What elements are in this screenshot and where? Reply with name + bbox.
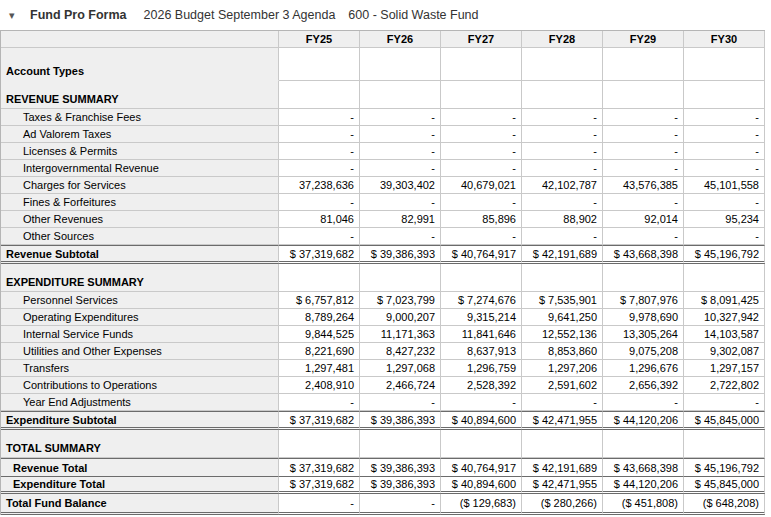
report-titlebar: ▾ Fund Pro Forma 2026 Budget September 3…	[0, 0, 771, 30]
cell-fy26: -	[360, 143, 441, 160]
cell-fy28: 88,902	[522, 211, 603, 228]
table-row: Revenue Total$ 37,319,682$ 39,386,393$ 4…	[1, 458, 765, 476]
table-row: Revenue Subtotal$ 37,319,682$ 39,386,393…	[1, 245, 765, 264]
cell-fy28: $ 42,191,689	[522, 458, 603, 476]
table-row: Intergovernmental Revenue------	[1, 160, 765, 177]
row-label: Other Sources	[1, 228, 279, 245]
cell-fy26	[360, 430, 441, 458]
cell-fy26: 39,303,402	[360, 177, 441, 194]
table-row: EXPENDITURE SUMMARY	[1, 264, 765, 292]
cell-fy27	[441, 264, 522, 292]
table-row: Contributions to Operations2,408,9102,46…	[1, 377, 765, 394]
row-label: TOTAL SUMMARY	[1, 430, 279, 458]
cell-fy30: 9,302,087	[684, 343, 765, 360]
cell-fy25: -	[279, 160, 360, 177]
cell-fy25: 81,046	[279, 211, 360, 228]
cell-fy26: $ 39,386,393	[360, 458, 441, 476]
cell-fy25: $ 37,319,682	[279, 245, 360, 264]
row-label: Contributions to Operations	[1, 377, 279, 394]
cell-fy29: 9,075,208	[603, 343, 684, 360]
cell-fy27: 40,679,021	[441, 177, 522, 194]
cell-fy28: 12,552,136	[522, 326, 603, 343]
cell-fy27	[441, 48, 522, 81]
row-label: Charges for Services	[1, 177, 279, 194]
table-row: Taxes & Franchise Fees------	[1, 109, 765, 126]
cell-fy26: -	[360, 109, 441, 126]
cell-fy25: 37,238,636	[279, 177, 360, 194]
cell-fy25: 8,221,690	[279, 343, 360, 360]
column-header-fy30: FY30	[684, 31, 765, 48]
cell-fy29: 43,576,385	[603, 177, 684, 194]
cell-fy29: $ 43,668,398	[603, 458, 684, 476]
cell-fy28: -	[522, 126, 603, 143]
report-title: Fund Pro Forma	[30, 8, 127, 22]
report-subtitle-fund: 600 - Solid Waste Fund	[348, 8, 478, 22]
cell-fy29: -	[603, 394, 684, 411]
table-row: Internal Service Funds9,844,52511,171,36…	[1, 326, 765, 343]
row-label: Internal Service Funds	[1, 326, 279, 343]
cell-fy25: $ 37,319,682	[279, 411, 360, 430]
cell-fy26: 1,297,068	[360, 360, 441, 377]
column-header-fy25: FY25	[279, 31, 360, 48]
cell-fy30	[684, 81, 765, 109]
row-label: Revenue Subtotal	[1, 245, 279, 264]
cell-fy27: $ 40,894,600	[441, 476, 522, 494]
cell-fy27	[441, 430, 522, 458]
cell-fy30: $ 45,845,000	[684, 411, 765, 430]
cell-fy30: 45,101,558	[684, 177, 765, 194]
cell-fy25: -	[279, 194, 360, 211]
cell-fy27: -	[441, 394, 522, 411]
cell-fy28: -	[522, 160, 603, 177]
row-label: Other Revenues	[1, 211, 279, 228]
cell-fy29: $ 7,807,976	[603, 292, 684, 309]
cell-fy29: 2,656,392	[603, 377, 684, 394]
collapse-chevron-icon[interactable]: ▾	[9, 10, 30, 21]
proforma-table: FY25FY26FY27FY28FY29FY30 Account TypesRE…	[0, 30, 765, 515]
cell-fy27: -	[441, 143, 522, 160]
cell-fy26: $ 39,386,393	[360, 411, 441, 430]
cell-fy27: -	[441, 109, 522, 126]
cell-fy27: $ 40,764,917	[441, 245, 522, 264]
row-label: Total Fund Balance	[1, 494, 279, 515]
cell-fy25: $ 37,319,682	[279, 476, 360, 494]
row-label: Expenditure Subtotal	[1, 411, 279, 430]
cell-fy25: 2,408,910	[279, 377, 360, 394]
cell-fy29: -	[603, 109, 684, 126]
cell-fy25: -	[279, 143, 360, 160]
row-label: Account Types	[1, 48, 279, 81]
cell-fy30: $ 8,091,425	[684, 292, 765, 309]
column-header-fy27: FY27	[441, 31, 522, 48]
cell-fy30: -	[684, 194, 765, 211]
cell-fy27: 9,315,214	[441, 309, 522, 326]
cell-fy27: -	[441, 228, 522, 245]
cell-fy27: 1,296,759	[441, 360, 522, 377]
row-label: Ad Valorem Taxes	[1, 126, 279, 143]
cell-fy26: $ 7,023,799	[360, 292, 441, 309]
cell-fy30: ($ 648,208)	[684, 494, 765, 515]
cell-fy26: $ 39,386,393	[360, 476, 441, 494]
table-row: Utilities and Other Expenses8,221,6908,4…	[1, 343, 765, 360]
cell-fy26	[360, 264, 441, 292]
cell-fy30: 1,297,157	[684, 360, 765, 377]
row-label: EXPENDITURE SUMMARY	[1, 264, 279, 292]
row-label: Fines & Forfeitures	[1, 194, 279, 211]
cell-fy25	[279, 430, 360, 458]
table-row: Personnel Services$ 6,757,812$ 7,023,799…	[1, 292, 765, 309]
cell-fy30	[684, 48, 765, 81]
column-header-row: FY25FY26FY27FY28FY29FY30	[1, 31, 765, 48]
cell-fy26: -	[360, 394, 441, 411]
corner-header	[1, 31, 279, 48]
cell-fy27	[441, 81, 522, 109]
table-row: Account Types	[1, 48, 765, 81]
cell-fy26: 2,466,724	[360, 377, 441, 394]
cell-fy29: $ 43,668,398	[603, 245, 684, 264]
cell-fy27: ($ 129,683)	[441, 494, 522, 515]
cell-fy26: 9,000,207	[360, 309, 441, 326]
row-label: REVENUE SUMMARY	[1, 81, 279, 109]
table-row: TOTAL SUMMARY	[1, 430, 765, 458]
cell-fy29: 9,978,690	[603, 309, 684, 326]
column-header-fy29: FY29	[603, 31, 684, 48]
cell-fy28: 42,102,787	[522, 177, 603, 194]
cell-fy25: -	[279, 494, 360, 515]
cell-fy25: 9,844,525	[279, 326, 360, 343]
